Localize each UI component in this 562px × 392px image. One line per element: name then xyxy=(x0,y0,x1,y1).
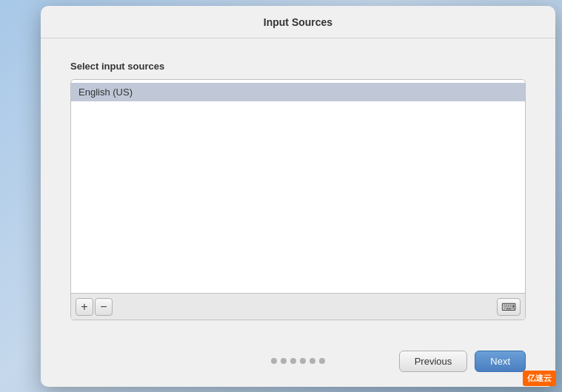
input-sources-list-container: English (US) + − ⌨ xyxy=(70,79,526,320)
dot-4 xyxy=(300,358,306,364)
nav-buttons: Previous Next xyxy=(399,351,526,372)
dot-1 xyxy=(271,358,277,364)
list-item[interactable]: English (US) xyxy=(71,83,525,101)
next-button[interactable]: Next xyxy=(475,351,526,372)
remove-source-button[interactable]: − xyxy=(95,298,113,316)
dialog-footer: Previous Next xyxy=(41,335,555,387)
keyboard-preview-button[interactable]: ⌨ xyxy=(497,298,521,316)
section-label: Select input sources xyxy=(70,61,526,72)
dot-5 xyxy=(310,358,315,364)
keyboard-icon: ⌨ xyxy=(501,301,516,313)
list-area[interactable]: English (US) xyxy=(71,80,525,293)
input-sources-dialog: Input Sources Select input sources Engli… xyxy=(41,6,555,387)
previous-button[interactable]: Previous xyxy=(399,351,468,372)
list-toolbar: + − ⌨ xyxy=(71,293,525,320)
watermark: 亿速云 xyxy=(523,371,556,386)
add-source-button[interactable]: + xyxy=(76,298,93,316)
dialog-content: Select input sources English (US) + − ⌨ xyxy=(41,38,555,335)
dot-3 xyxy=(290,358,296,364)
dot-6 xyxy=(319,358,325,364)
dialog-title: Input Sources xyxy=(264,16,332,28)
dot-2 xyxy=(281,358,287,364)
progress-dots xyxy=(271,358,325,364)
dialog-titlebar: Input Sources xyxy=(41,6,555,38)
